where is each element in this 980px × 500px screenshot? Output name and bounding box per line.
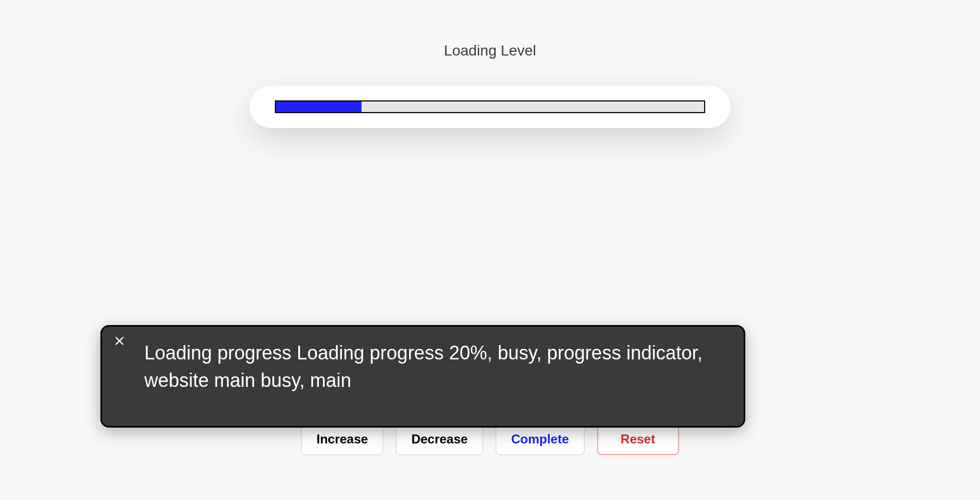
page-title: Loading Level bbox=[444, 42, 536, 59]
main-container: Loading Level bbox=[0, 0, 980, 128]
progress-bar bbox=[275, 100, 705, 113]
complete-button[interactable]: Complete bbox=[496, 423, 584, 455]
close-icon[interactable] bbox=[114, 335, 125, 347]
reset-button[interactable]: Reset bbox=[597, 423, 679, 455]
progress-fill bbox=[276, 101, 362, 112]
increase-button[interactable]: Increase bbox=[301, 423, 383, 455]
accessibility-overlay: Loading progress Loading progress 20%, b… bbox=[100, 325, 745, 428]
decrease-button[interactable]: Decrease bbox=[396, 423, 483, 455]
buttons-row: Increase Decrease Complete Reset bbox=[301, 423, 679, 455]
progress-container bbox=[249, 86, 731, 128]
overlay-text: Loading progress Loading progress 20%, b… bbox=[144, 339, 712, 394]
